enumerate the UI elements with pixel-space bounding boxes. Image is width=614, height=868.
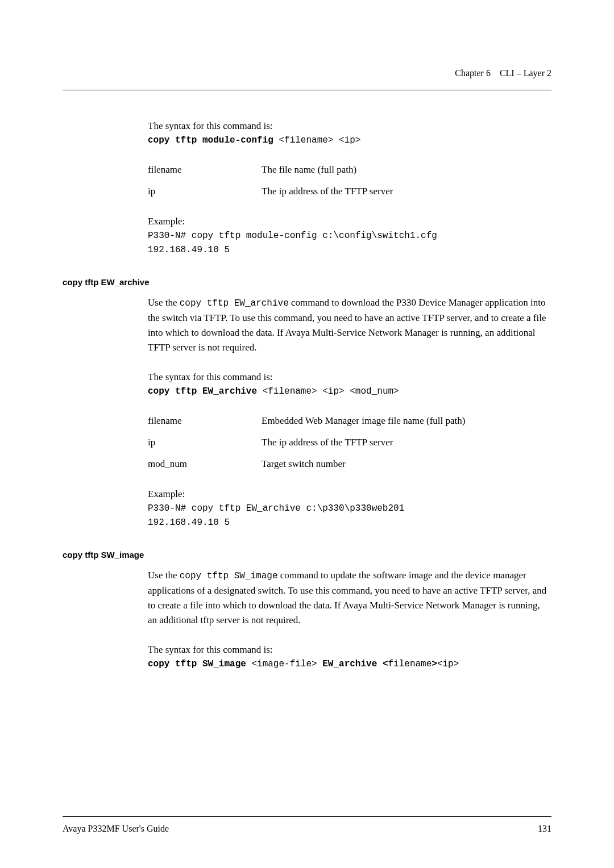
page-footer: Avaya P332MF User's Guide 131	[63, 816, 551, 834]
cmd-prefix: copy tftp module-config	[148, 135, 279, 145]
cmd-arg: <image-file>	[251, 659, 317, 669]
cmd-arg: filename	[388, 659, 432, 669]
chapter-label: Chapter 6	[455, 68, 491, 78]
syntax-command: copy tftp module-config <filename> <ip>	[148, 133, 551, 148]
cmd-args: <filename> <ip>	[279, 135, 360, 145]
section1-syntax-block: The syntax for this command is: copy tft…	[148, 119, 551, 257]
param-name: filename	[148, 410, 262, 432]
param-name: ip	[148, 181, 262, 202]
param-name: filename	[148, 159, 262, 181]
param-row: ip The ip address of the TFTP server	[148, 181, 393, 202]
footer-guide-title: Avaya P332MF User's Guide	[63, 824, 169, 834]
param-name: mod_num	[148, 453, 262, 475]
section2-description: Use the copy tftp EW_archive command to …	[148, 295, 551, 356]
footer-page-number: 131	[538, 824, 551, 834]
param-desc: The ip address of the TFTP server	[262, 432, 466, 453]
param-desc: Embedded Web Manager image file name (fu…	[262, 410, 466, 432]
param-row: mod_num Target switch number	[148, 453, 466, 475]
example-code-line: 192.168.49.10 5	[148, 243, 551, 257]
section3-description: Use the copy tftp SW_image command to up…	[148, 568, 551, 628]
example-label: Example:	[148, 214, 551, 229]
desc-inline-code: copy tftp SW_image	[180, 571, 278, 581]
param-row: filename Embedded Web Manager image file…	[148, 410, 466, 432]
section-heading-sw-image: copy tftp SW_image	[63, 550, 551, 560]
cmd-mid: EW_archive <	[317, 659, 388, 669]
param-desc: Target switch number	[262, 453, 466, 475]
cmd-arg: <ip>	[437, 659, 459, 669]
example-code-line: P330-N# copy tftp EW_archive c:\p330\p33…	[148, 502, 551, 516]
desc-inline-code: copy tftp EW_archive	[180, 298, 289, 308]
param-name: ip	[148, 432, 262, 453]
section3-desc-block: Use the copy tftp SW_image command to up…	[148, 568, 551, 671]
example-code-line: P330-N# copy tftp module-config c:\confi…	[148, 229, 551, 243]
cmd-prefix: copy tftp EW_archive	[148, 386, 263, 397]
syntax-command: copy tftp EW_archive <filename> <ip> <mo…	[148, 385, 551, 399]
desc-text: Use the	[148, 570, 180, 581]
chapter-title: CLI – Layer 2	[500, 68, 551, 78]
footer-rule	[63, 816, 551, 817]
syntax-command: copy tftp SW_image <image-file> EW_archi…	[148, 657, 551, 671]
section-heading-ew-archive: copy tftp EW_archive	[63, 277, 551, 287]
section2-desc-block: Use the copy tftp EW_archive command to …	[148, 295, 551, 530]
param-desc: The file name (full path)	[262, 159, 393, 181]
param-desc: The ip address of the TFTP server	[262, 181, 393, 202]
page-header: Chapter 6 CLI – Layer 2	[63, 68, 551, 78]
cmd-prefix: copy tftp SW_image	[148, 659, 251, 669]
cmd-args: <filename> <ip> <mod_num>	[263, 386, 399, 397]
syntax-intro: The syntax for this command is:	[148, 642, 551, 657]
example-label: Example:	[148, 487, 551, 502]
header-rule	[63, 90, 551, 90]
param-table: filename Embedded Web Manager image file…	[148, 410, 466, 475]
param-table: filename The file name (full path) ip Th…	[148, 159, 393, 203]
syntax-intro: The syntax for this command is:	[148, 119, 551, 133]
syntax-intro: The syntax for this command is:	[148, 370, 551, 385]
param-row: filename The file name (full path)	[148, 159, 393, 181]
example-code-line: 192.168.49.10 5	[148, 516, 551, 530]
param-row: ip The ip address of the TFTP server	[148, 432, 466, 453]
cmd-mid: >	[432, 659, 437, 669]
desc-text: Use the	[148, 297, 180, 308]
